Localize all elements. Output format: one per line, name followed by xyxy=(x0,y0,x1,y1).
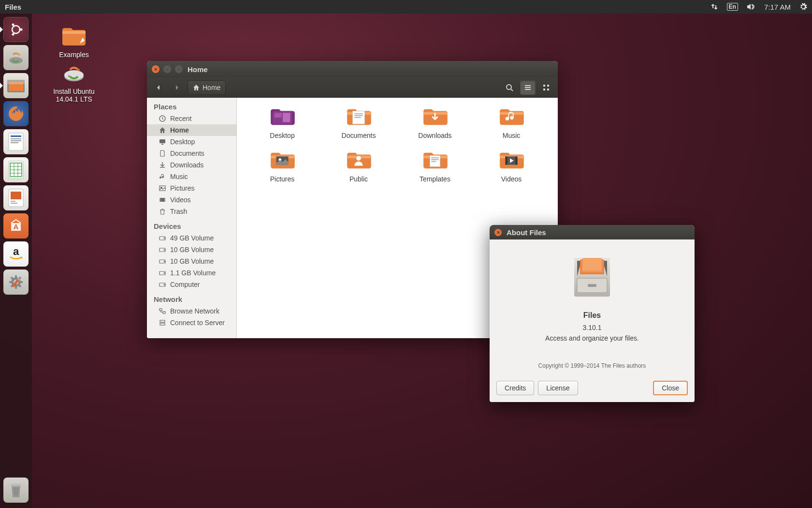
sidebar-item[interactable]: Connect to Server xyxy=(147,317,236,329)
titlebar[interactable]: ✕ – ▫ Home xyxy=(147,61,558,77)
folder-item[interactable]: Desktop xyxy=(248,106,316,139)
sidebar-item-label: Pictures xyxy=(170,184,195,192)
launcher-trash[interactable] xyxy=(3,477,29,503)
about-copyright: Copyright © 1999–2014 The Files authors xyxy=(501,362,683,369)
path-home-button[interactable]: Home xyxy=(188,80,226,95)
folder-item[interactable]: Videos xyxy=(478,150,545,183)
sidebar-item-label: Browse Network xyxy=(170,307,219,315)
sidebar-item[interactable]: Documents xyxy=(147,148,236,159)
sidebar-item-label: 10 GB Volume xyxy=(170,246,214,254)
sidebar-item[interactable]: Browse Network xyxy=(147,305,236,317)
svg-point-83 xyxy=(356,156,361,161)
about-title: About Files xyxy=(507,228,546,237)
nav-forward-button[interactable] xyxy=(169,80,185,95)
svg-rect-8 xyxy=(9,82,23,84)
folder-item[interactable]: Templates xyxy=(401,150,469,183)
sidebar-item[interactable]: Home xyxy=(147,124,236,136)
sidebar-item-label: 10 GB Volume xyxy=(170,257,214,265)
svg-rect-86 xyxy=(431,157,438,158)
sidebar-header-network: Network xyxy=(147,290,236,305)
sidebar-item[interactable]: Music xyxy=(147,171,236,182)
launcher-software-center[interactable]: A xyxy=(3,213,29,239)
sidebar-item[interactable]: Downloads xyxy=(147,159,236,171)
sidebar-header-devices: Devices xyxy=(147,217,236,232)
desktop-icon xyxy=(159,138,166,146)
svg-point-3 xyxy=(12,33,14,36)
svg-rect-23 xyxy=(11,192,21,199)
svg-rect-48 xyxy=(160,139,165,143)
sidebar-item-label: 1.1 GB Volume xyxy=(170,269,216,277)
sidebar-item-label: 49 GB Volume xyxy=(170,234,214,242)
home-icon xyxy=(193,84,200,91)
svg-rect-76 xyxy=(354,117,361,118)
credits-button[interactable]: Credits xyxy=(496,381,534,395)
sidebar-item[interactable]: Computer xyxy=(147,279,236,290)
folder-label: Music xyxy=(478,132,545,139)
folder-item[interactable]: Documents xyxy=(325,106,392,139)
folder-item[interactable]: Downloads xyxy=(401,106,469,139)
svg-rect-35 xyxy=(62,31,86,34)
active-app-name[interactable]: Files xyxy=(5,3,21,11)
sidebar-item[interactable]: Recent xyxy=(147,113,236,124)
sidebar-item[interactable]: Trash xyxy=(147,206,236,217)
svg-rect-53 xyxy=(160,198,160,202)
sidebar-item[interactable]: Videos xyxy=(147,194,236,206)
launcher-update-manager[interactable] xyxy=(3,45,29,71)
top-panel: Files En 7:17 AM xyxy=(0,0,812,14)
nav-back-button[interactable] xyxy=(151,80,166,95)
sidebar-item[interactable]: Desktop xyxy=(147,136,236,148)
file-cabinet-icon xyxy=(566,249,619,302)
svg-rect-12 xyxy=(11,138,21,139)
toolbar: Home xyxy=(147,77,558,98)
window-minimize-button[interactable]: – xyxy=(163,65,171,73)
launcher-impress[interactable] xyxy=(3,185,29,211)
sidebar-item[interactable]: 1.1 GB Volume xyxy=(147,267,236,279)
launcher-settings[interactable] xyxy=(3,269,29,295)
svg-rect-92 xyxy=(516,156,518,164)
network-indicator-icon[interactable] xyxy=(710,3,718,11)
launcher-amazon[interactable]: a xyxy=(3,241,29,267)
svg-rect-40 xyxy=(525,85,531,86)
sidebar-item-label: Connect to Server xyxy=(170,319,225,327)
view-grid-button[interactable] xyxy=(538,80,554,95)
desktop-icon-examples[interactable]: Examples xyxy=(47,25,101,59)
folder-label: Documents xyxy=(325,132,392,139)
sound-indicator-icon[interactable] xyxy=(747,3,755,11)
svg-rect-11 xyxy=(11,135,21,137)
about-close-icon[interactable]: ✕ xyxy=(494,229,502,236)
folder-label: Public xyxy=(325,175,392,183)
launcher-dash[interactable] xyxy=(3,16,29,43)
folder-item[interactable]: Music xyxy=(478,106,545,139)
about-description: Access and organize your files. xyxy=(501,334,683,342)
license-button[interactable]: License xyxy=(538,381,578,395)
svg-rect-74 xyxy=(354,113,362,114)
sidebar-item[interactable]: 10 GB Volume xyxy=(147,244,236,255)
svg-rect-13 xyxy=(11,140,21,141)
clock[interactable]: 7:17 AM xyxy=(764,3,791,11)
close-button[interactable]: Close xyxy=(653,381,688,395)
desktop-icon-install[interactable]: Install Ubuntu 14.04.1 LTS xyxy=(47,62,101,103)
sidebar-item[interactable]: 49 GB Volume xyxy=(147,232,236,244)
sidebar-item[interactable]: Pictures xyxy=(147,182,236,194)
keyboard-layout-indicator[interactable]: En xyxy=(727,3,738,11)
svg-rect-96 xyxy=(588,284,596,287)
view-list-button[interactable] xyxy=(520,80,536,95)
sidebar-item-label: Documents xyxy=(170,149,204,157)
svg-point-1 xyxy=(20,29,23,31)
launcher-firefox[interactable] xyxy=(3,101,29,127)
folder-label: Desktop xyxy=(248,132,316,139)
folder-item[interactable]: Pictures xyxy=(248,150,316,183)
launcher-writer[interactable] xyxy=(3,129,29,155)
launcher-calc[interactable] xyxy=(3,157,29,183)
launcher-files[interactable] xyxy=(3,73,29,99)
svg-rect-24 xyxy=(11,201,15,202)
svg-rect-91 xyxy=(506,156,508,164)
system-gear-icon[interactable] xyxy=(799,3,807,11)
folder-item[interactable]: Public xyxy=(325,150,392,183)
folder-label: Templates xyxy=(401,175,469,183)
about-titlebar[interactable]: ✕ About Files xyxy=(490,225,695,239)
search-button[interactable] xyxy=(502,80,517,95)
sidebar-item[interactable]: 10 GB Volume xyxy=(147,255,236,267)
window-maximize-button[interactable]: ▫ xyxy=(175,65,183,73)
window-close-button[interactable]: ✕ xyxy=(152,65,160,73)
